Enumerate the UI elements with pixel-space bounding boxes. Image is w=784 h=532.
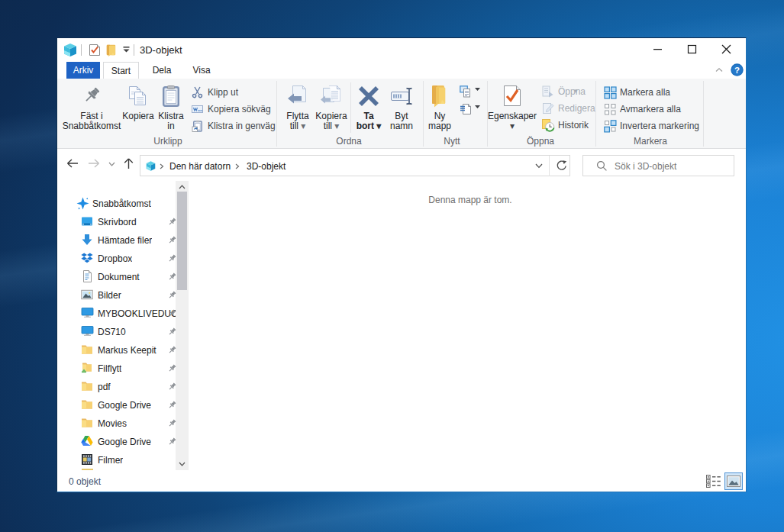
svg-text:?: ? bbox=[734, 66, 740, 75]
